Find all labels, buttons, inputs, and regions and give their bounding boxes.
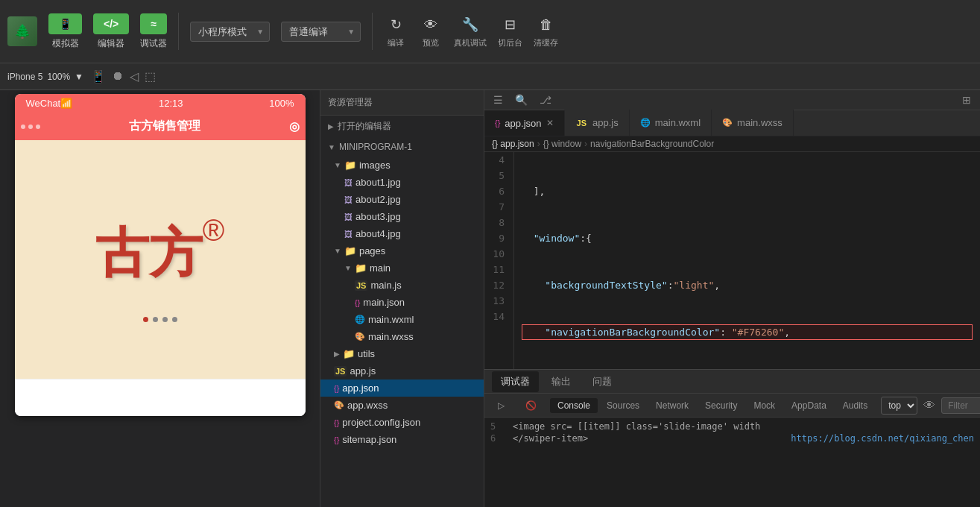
file-about1jpg[interactable]: 🖼 about1.jpg bbox=[320, 174, 484, 191]
mode-select[interactable]: 小程序模式 插件模式 bbox=[190, 22, 270, 42]
compile-select[interactable]: 普通编译 自定义编译 bbox=[281, 22, 361, 42]
tab-network[interactable]: Network bbox=[648, 398, 696, 413]
tab-audits[interactable]: Audits bbox=[835, 398, 875, 413]
tab-debugger[interactable]: 调试器 bbox=[492, 371, 539, 392]
tab-appjson[interactable]: {} app.json ✕ bbox=[484, 110, 565, 136]
file-tree-panel: 资源管理器 ▶ 打开的编辑器 ▼ MINIPROGRAM-1 ▼ 📁 image… bbox=[320, 90, 484, 507]
file-projectconfig[interactable]: {} project.config.json bbox=[320, 414, 484, 431]
second-toolbar: iPhone 5 100% ▼ 📱 ⏺ ◁ ⬚ bbox=[0, 63, 980, 90]
simulator-label: 模拟器 bbox=[52, 37, 79, 50]
nav-dot bbox=[21, 125, 25, 129]
btn-clear[interactable]: 🚫 bbox=[518, 398, 544, 413]
code-line-4: ], bbox=[522, 183, 973, 199]
preview-label: 预览 bbox=[423, 37, 439, 48]
clear-cache-btn[interactable]: 🗑 bbox=[534, 14, 558, 35]
file-mainwxss[interactable]: 🎨 main.wxss bbox=[320, 328, 484, 345]
tab-appdata[interactable]: AppData bbox=[784, 398, 834, 413]
dot-1 bbox=[143, 317, 148, 322]
volume-icon[interactable]: ◁ bbox=[130, 69, 139, 84]
tab-output[interactable]: 输出 bbox=[543, 371, 580, 392]
file-appjson[interactable]: {} app.json bbox=[320, 380, 484, 397]
record-icon[interactable]: ⏺ bbox=[112, 69, 124, 84]
open-editors-section[interactable]: ▶ 打开的编辑器 bbox=[320, 116, 484, 137]
js-tab-icon: JS bbox=[575, 118, 588, 128]
file-about3jpg[interactable]: 🖼 about3.jpg bbox=[320, 208, 484, 225]
registered-mark: ® bbox=[203, 214, 224, 248]
file-sitemap[interactable]: {} sitemap.json bbox=[320, 431, 484, 448]
file-mainwxml[interactable]: 🌐 main.wxml bbox=[320, 311, 484, 328]
code-area[interactable]: 4 5 6 7 8 9 10 11 12 13 14 ], "window":{… bbox=[484, 152, 980, 369]
folder-main[interactable]: ▼ 📁 main bbox=[320, 259, 484, 277]
phone-signal: WeChat📶 bbox=[26, 98, 73, 109]
phone-status-bar: WeChat📶 12:13 100% bbox=[15, 94, 306, 113]
search-icon[interactable]: 🔍 bbox=[512, 92, 531, 107]
tab-mainwxss[interactable]: 🎨 main.wxss bbox=[712, 110, 794, 136]
console-url[interactable]: https://blog.csdn.net/qixiang_chen bbox=[791, 433, 974, 444]
file-appwxss[interactable]: 🎨 app.wxss bbox=[320, 397, 484, 414]
folder-pages[interactable]: ▼ 📁 pages bbox=[320, 242, 484, 259]
simulator-icon: 📱 bbox=[48, 13, 82, 34]
folder-images-label: images bbox=[359, 160, 391, 171]
refresh-btn[interactable]: ↻ bbox=[384, 14, 408, 35]
editor-tabs: {} app.json ✕ JS app.js 🌐 main.wxml 🎨 ma… bbox=[484, 110, 980, 136]
btn-expand[interactable]: ▷ bbox=[490, 398, 512, 413]
mode-select-wrapper[interactable]: 小程序模式 插件模式 bbox=[190, 22, 270, 42]
menu-icon[interactable]: ☰ bbox=[490, 92, 506, 107]
file-mainjson[interactable]: {} main.json bbox=[320, 294, 484, 311]
tab-problems[interactable]: 问题 bbox=[584, 371, 621, 392]
code-content[interactable]: ], "window":{ "backgroundTextStyle":"lig… bbox=[514, 152, 980, 369]
file-appjs[interactable]: JS app.js bbox=[320, 362, 484, 380]
editor-label: 编辑器 bbox=[98, 37, 124, 50]
clear-cache-btn-group[interactable]: 🗑 清缓存 bbox=[534, 14, 558, 48]
background-label: 切后台 bbox=[498, 37, 522, 48]
phone-icon[interactable]: 📱 bbox=[91, 69, 106, 84]
refresh-btn-group[interactable]: ↻ 编译 bbox=[384, 14, 408, 48]
background-btn-group[interactable]: ⊟ 切后台 bbox=[498, 14, 522, 48]
filter-input[interactable] bbox=[941, 397, 980, 414]
screenshot-icon[interactable]: ⬚ bbox=[145, 69, 156, 84]
battery-indicator: 100% bbox=[269, 98, 294, 109]
eye-icon[interactable]: 👁 bbox=[923, 399, 935, 412]
console-line-1: 5 <image src= [[item]] class='slide-imag… bbox=[490, 421, 974, 432]
device-icons: 📱 ⏺ ◁ ⬚ bbox=[91, 69, 156, 84]
file-label: project.config.json bbox=[342, 417, 420, 428]
folder-images[interactable]: ▼ 📁 images bbox=[320, 157, 484, 174]
device-selector[interactable]: iPhone 5 100% ▼ bbox=[7, 72, 83, 82]
background-btn[interactable]: ⊟ bbox=[499, 14, 522, 35]
folder-icon: 📁 bbox=[344, 160, 356, 171]
source-control-icon[interactable]: ⎇ bbox=[537, 92, 554, 107]
file-about4jpg[interactable]: 🖼 about4.jpg bbox=[320, 225, 484, 242]
debugger-btn[interactable]: ≈ 调试器 bbox=[140, 13, 167, 50]
editor-btn[interactable]: </> 编辑器 bbox=[93, 13, 129, 50]
tab-appjs[interactable]: JS app.js bbox=[565, 110, 630, 136]
tab-sources[interactable]: Sources bbox=[599, 398, 647, 413]
real-debug-btn-group[interactable]: 🔧 真机调试 bbox=[454, 14, 487, 48]
tab-mainwxml-label: main.wxml bbox=[655, 117, 701, 128]
file-label: about4.jpg bbox=[355, 228, 401, 239]
preview-btn-group[interactable]: 👁 预览 bbox=[419, 14, 443, 48]
split-icon[interactable]: ⊞ bbox=[959, 92, 974, 107]
close-tab-icon[interactable]: ✕ bbox=[546, 118, 554, 128]
tab-security[interactable]: Security bbox=[698, 398, 745, 413]
chevron-right-icon: ▶ bbox=[328, 122, 334, 130]
compile-select-wrapper[interactable]: 普通编译 自定义编译 bbox=[281, 22, 361, 42]
file-about2jpg[interactable]: 🖼 about2.jpg bbox=[320, 191, 484, 208]
file-label: about2.jpg bbox=[355, 194, 401, 205]
file-label: app.json bbox=[342, 382, 379, 394]
json-icon: {} bbox=[355, 298, 360, 307]
tab-mainwxml[interactable]: 🌐 main.wxml bbox=[630, 110, 712, 136]
tab-mock[interactable]: Mock bbox=[746, 398, 783, 413]
simulator-btn[interactable]: 📱 模拟器 bbox=[48, 13, 82, 50]
folder-pages-label: pages bbox=[359, 245, 385, 256]
project-section[interactable]: ▼ MINIPROGRAM-1 bbox=[320, 137, 484, 157]
preview-btn[interactable]: 👁 bbox=[419, 14, 443, 35]
real-debug-btn[interactable]: 🔧 bbox=[458, 14, 482, 35]
file-label: sitemap.json bbox=[342, 434, 396, 445]
console-text: <image src= [[item]] class='slide-image'… bbox=[513, 421, 760, 432]
file-mainjs[interactable]: JS main.js bbox=[320, 277, 484, 294]
separator-2 bbox=[372, 13, 373, 50]
tab-console[interactable]: Console bbox=[550, 398, 598, 413]
file-label: main.json bbox=[363, 297, 405, 308]
folder-utils[interactable]: ▶ 📁 utils bbox=[320, 345, 484, 362]
context-select[interactable]: top bbox=[881, 397, 917, 415]
